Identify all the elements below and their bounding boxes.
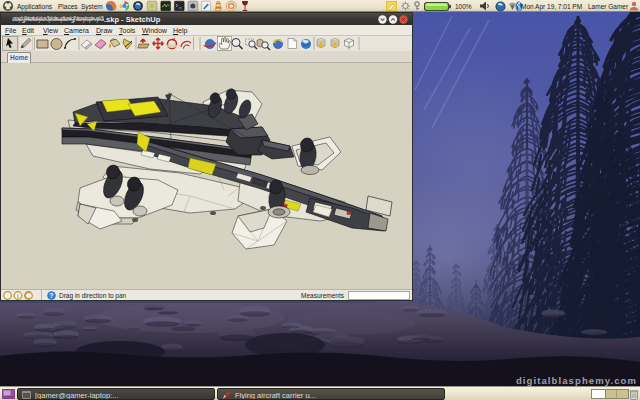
svg-text:?: ? (49, 292, 53, 299)
svg-text:i: i (17, 292, 19, 299)
svg-text:digitalblasphemy.com: digitalblasphemy.com (516, 375, 637, 386)
